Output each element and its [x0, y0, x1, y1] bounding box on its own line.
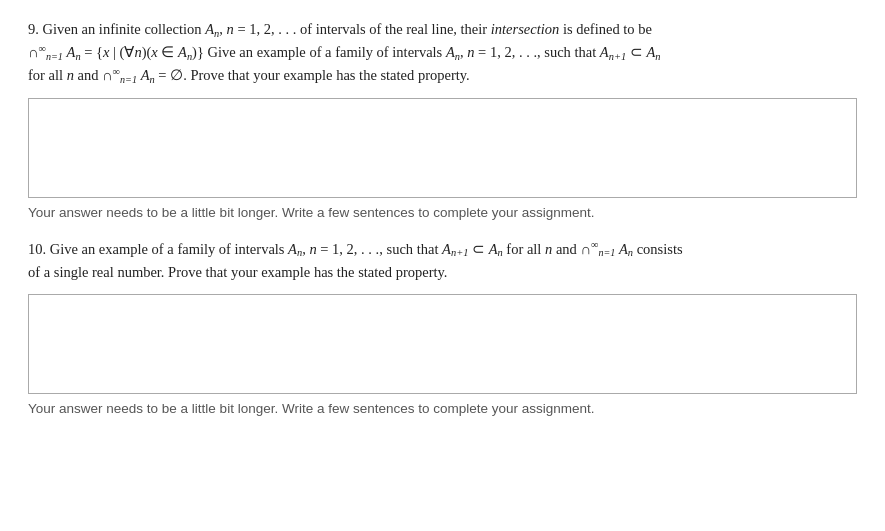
- q9-An5: An: [141, 67, 155, 83]
- question-9: 9. Given an infinite collection An, n = …: [28, 18, 857, 220]
- q10-number: 10.: [28, 241, 46, 257]
- q9-an: An: [205, 21, 219, 37]
- question-10: 10. Give an example of a family of inter…: [28, 238, 857, 416]
- q9-An1: An: [67, 44, 81, 60]
- q9-n-range: n = 1, 2, . . .: [227, 21, 297, 37]
- q10-answer-box[interactable]: [28, 294, 857, 394]
- q9-An2: An: [178, 44, 192, 60]
- q10-An3: An: [619, 241, 633, 257]
- q9-intersection-word: intersection: [491, 21, 559, 37]
- q10-An-plus1: An+1: [442, 241, 468, 257]
- q10-An2: An: [489, 241, 503, 257]
- q9-answer-box[interactable]: [28, 98, 857, 198]
- q9-An-plus1: An+1: [600, 44, 626, 60]
- q10-hint: Your answer needs to be a little bit lon…: [28, 401, 857, 416]
- question-9-text: 9. Given an infinite collection An, n = …: [28, 18, 857, 88]
- q10-An: An: [288, 241, 302, 257]
- question-10-text: 10. Give an example of a family of inter…: [28, 238, 857, 284]
- q9-An3: An: [446, 44, 460, 60]
- q9-hint: Your answer needs to be a little bit lon…: [28, 205, 857, 220]
- q9-number: 9.: [28, 21, 39, 37]
- q9-An4: An: [646, 44, 660, 60]
